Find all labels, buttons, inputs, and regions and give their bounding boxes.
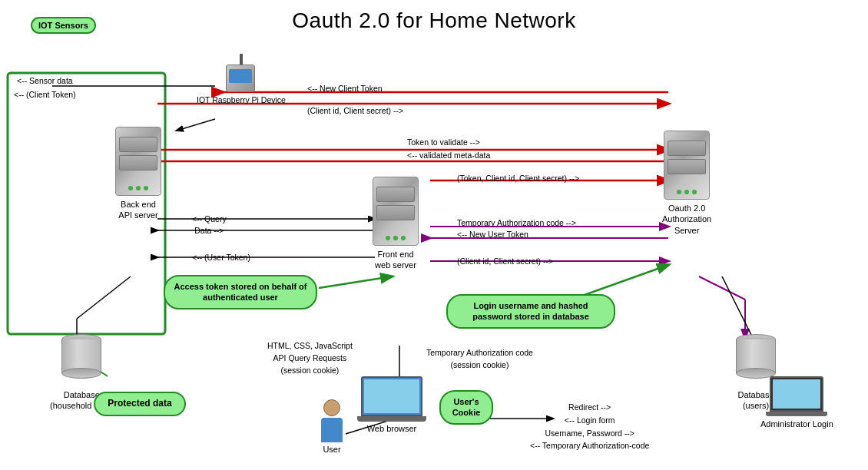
admin-laptop: Administrator Login	[760, 376, 833, 429]
redirect-label: Redirect --> <-- Login form Username, Pa…	[530, 401, 649, 452]
frontend-server: Front endweb server	[373, 177, 419, 271]
token-validate-label: Token to validate -->	[407, 137, 480, 148]
web-browser: Web browser	[357, 376, 426, 433]
iot-sensors-label: IOT Sensors	[31, 17, 96, 34]
query-data-label: <-- QueryData -->	[192, 213, 227, 236]
protected-data-callout: Protected data	[94, 392, 186, 416]
users-cookie-callout: User's Cookie	[439, 390, 493, 425]
svg-line-22	[177, 119, 215, 131]
user-token-label: <-- (User Token)	[192, 252, 250, 263]
web-browser-label: Web browser	[367, 424, 417, 433]
user-figure: User	[321, 399, 343, 454]
client-id-secret-top-label: (Client id, Client secret) -->	[307, 105, 403, 117]
sensor-data-label: <-- Sensor data	[17, 75, 73, 87]
iot-device: IOT Raspberry Pi Device	[197, 54, 286, 106]
login-stored-callout: Login username and hashed password store…	[446, 294, 615, 329]
html-css-js-label: HTML, CSS, JavaScriptAPI Query Requests(…	[267, 340, 353, 376]
token-client-id-label: (Token, Client id, Client secret) -->	[457, 173, 579, 184]
admin-login-label: Administrator Login	[760, 419, 833, 429]
access-token-callout: Access token stored on behalf of authent…	[164, 275, 317, 309]
backend-server: Back endAPI server	[115, 127, 161, 221]
svg-line-12	[699, 276, 745, 300]
oauth-server: Oauth 2.0AuthorizationServer	[662, 131, 711, 236]
backend-server-label: Back endAPI server	[118, 199, 157, 221]
validated-meta-label: <-- validated meta-data	[407, 150, 490, 161]
user-label: User	[323, 445, 340, 454]
new-user-token-label: <-- New User Token	[457, 229, 528, 240]
client-id-secret-mid-label: (Client id, Client secret) -->	[457, 256, 553, 267]
oauth-server-label: Oauth 2.0AuthorizationServer	[662, 203, 711, 236]
temp-auth-cookie-label: Temporary Authorization code(session coo…	[426, 347, 533, 372]
iot-device-label: IOT Raspberry Pi Device	[197, 95, 286, 106]
client-token-label: <-- (Client Token)	[14, 89, 76, 101]
page-title: Oauth 2.0 for Home Network	[0, 4, 868, 33]
temp-auth-code-label: Temporary Authorization code -->	[457, 217, 576, 229]
svg-line-15	[77, 276, 131, 319]
new-client-token-label: <-- New Client Token	[307, 83, 383, 94]
frontend-server-label: Front endweb server	[375, 249, 416, 271]
svg-line-19	[319, 276, 392, 288]
